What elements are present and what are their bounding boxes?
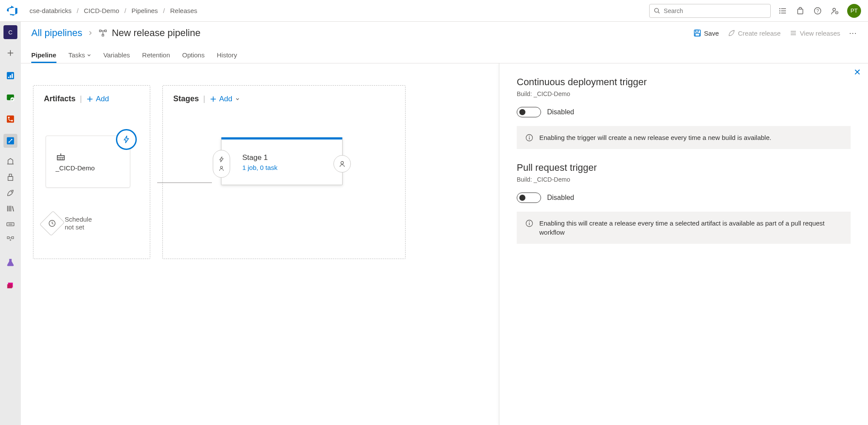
- left-sidebar: C: [0, 22, 21, 425]
- svg-point-0: [654, 8, 658, 12]
- cd-trigger-title: Continuous deployment trigger: [517, 76, 851, 88]
- svg-rect-26: [8, 176, 13, 180]
- sidebar-taskgroups-icon[interactable]: [3, 217, 17, 231]
- svg-point-70: [529, 222, 530, 222]
- stages-title: Stages: [173, 94, 199, 103]
- svg-point-7: [780, 13, 780, 13]
- all-pipelines-link[interactable]: All pipelines: [31, 27, 82, 39]
- svg-point-65: [341, 162, 343, 164]
- svg-rect-43: [105, 30, 106, 32]
- add-artifact-button[interactable]: Add: [86, 95, 109, 103]
- stage-post-conditions[interactable]: [333, 155, 351, 173]
- stage-card[interactable]: Stage 1 1 job, 0 task: [221, 137, 343, 185]
- svg-text:?: ?: [816, 8, 819, 13]
- svg-rect-42: [99, 30, 101, 32]
- page-header: All pipelines New release pipeline Save …: [21, 22, 868, 44]
- person-icon: [339, 160, 346, 167]
- add-stage-button[interactable]: Add: [210, 95, 240, 103]
- breadcrumb-project[interactable]: CICD-Demo: [80, 7, 123, 14]
- artifact-name: _CICD-Demo: [56, 164, 130, 172]
- search-icon: [654, 7, 660, 14]
- sidebar-library-icon[interactable]: [3, 202, 17, 216]
- sidebar-work-icon[interactable]: [3, 90, 17, 104]
- plus-icon: [86, 96, 93, 103]
- breadcrumb-page[interactable]: Releases: [167, 7, 201, 14]
- view-releases-button: View releases: [789, 29, 840, 37]
- release-pipeline-icon: [99, 29, 107, 37]
- tab-history[interactable]: History: [217, 51, 237, 63]
- breadcrumb: cse-databricks / CICD-Demo / Pipelines /…: [26, 7, 201, 14]
- cd-trigger-toggle[interactable]: [517, 107, 541, 117]
- sidebar-deployment-icon[interactable]: [3, 233, 17, 247]
- sidebar-boards-icon[interactable]: [3, 69, 17, 83]
- artifacts-section: Artifacts | Add _CIC: [33, 85, 150, 259]
- pr-toggle-label: Disabled: [547, 194, 574, 202]
- help-icon[interactable]: ?: [812, 6, 823, 16]
- svg-rect-18: [10, 75, 11, 78]
- stage-name: Stage 1: [242, 153, 342, 162]
- svg-point-11: [833, 8, 835, 11]
- cd-trigger-sub: Build: _CICD-Demo: [517, 90, 851, 97]
- chevron-down-icon: [235, 96, 240, 102]
- chevron-down-icon: [87, 53, 91, 57]
- tab-tasks[interactable]: Tasks: [69, 51, 91, 63]
- schedule-button[interactable]: Schedule not set: [44, 214, 144, 233]
- svg-point-6: [780, 10, 780, 11]
- person-icon: [218, 165, 224, 171]
- search-input[interactable]: [664, 7, 766, 14]
- pr-trigger-sub: Build: _CICD-Demo: [517, 176, 851, 183]
- close-panel-button[interactable]: ✕: [854, 67, 861, 77]
- tab-options[interactable]: Options: [182, 51, 205, 63]
- svg-rect-8: [798, 9, 803, 14]
- stages-section: Stages | Add: [162, 85, 406, 259]
- tab-retention[interactable]: Retention: [142, 51, 170, 63]
- schedule-label: Schedule not set: [65, 216, 92, 231]
- tabs: Pipeline Tasks Variables Retention Optio…: [21, 44, 868, 63]
- azure-devops-logo: [7, 6, 17, 16]
- svg-rect-17: [8, 77, 10, 78]
- sidebar-releases-icon[interactable]: [3, 170, 17, 184]
- sidebar-project[interactable]: C: [3, 25, 17, 39]
- chevron-right-icon: [87, 30, 93, 36]
- artifacts-title: Artifacts: [44, 94, 76, 103]
- artifact-card[interactable]: _CICD-Demo: [46, 136, 130, 188]
- cd-toggle-label: Disabled: [547, 108, 574, 116]
- pr-trigger-toggle[interactable]: [517, 193, 541, 203]
- svg-rect-48: [696, 30, 698, 32]
- user-avatar[interactable]: PT: [847, 4, 861, 18]
- tab-pipeline[interactable]: Pipeline: [31, 51, 56, 63]
- sidebar-artifacts-icon[interactable]: [3, 278, 17, 292]
- trigger-panel: ✕ Continuous deployment trigger Build: _…: [499, 63, 868, 425]
- stage-pre-conditions[interactable]: [213, 150, 230, 178]
- top-header: cse-databricks / CICD-Demo / Pipelines /…: [0, 0, 868, 22]
- bag-icon[interactable]: [795, 6, 805, 16]
- svg-rect-41: [7, 284, 12, 288]
- svg-rect-33: [7, 222, 14, 226]
- pr-info-box: Enabling this will create a release ever…: [517, 212, 851, 244]
- rocket-icon: [728, 29, 736, 37]
- sidebar-test-icon[interactable]: [3, 256, 17, 269]
- svg-point-64: [221, 166, 223, 169]
- sidebar-pipelines-icon[interactable]: [3, 134, 17, 148]
- lightning-icon: [218, 156, 224, 163]
- sidebar-add[interactable]: [3, 46, 17, 60]
- breadcrumb-section[interactable]: Pipelines: [128, 7, 162, 14]
- artifact-trigger-badge[interactable]: [116, 129, 137, 150]
- more-button[interactable]: ⋯: [849, 28, 858, 38]
- search-box[interactable]: [649, 4, 771, 18]
- svg-line-1: [658, 12, 660, 13]
- stage-tasks-link[interactable]: 1 job, 0 task: [242, 164, 342, 171]
- pr-trigger-title: Pull request trigger: [517, 162, 851, 173]
- svg-rect-36: [7, 237, 10, 239]
- save-button[interactable]: Save: [693, 29, 719, 37]
- list-icon: [789, 29, 797, 37]
- sidebar-rocket-icon[interactable]: [3, 186, 17, 200]
- svg-point-67: [529, 136, 530, 137]
- build-icon: [56, 152, 66, 161]
- breadcrumb-org[interactable]: cse-databricks: [26, 7, 75, 14]
- sidebar-repos-icon[interactable]: [3, 112, 17, 126]
- list-icon[interactable]: [778, 6, 788, 16]
- sidebar-environments-icon[interactable]: [3, 155, 17, 169]
- tab-variables[interactable]: Variables: [103, 51, 130, 63]
- user-settings-icon[interactable]: [830, 6, 840, 16]
